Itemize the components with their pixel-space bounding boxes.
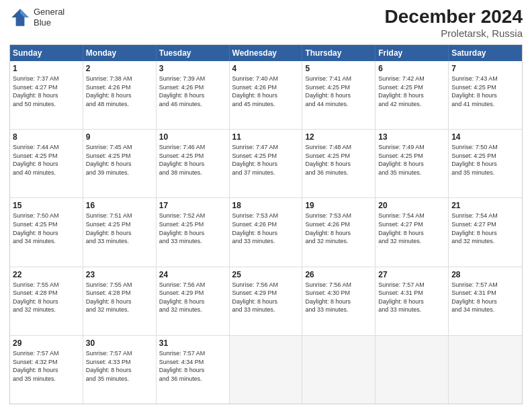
calendar-header: SundayMondayTuesdayWednesdayThursdayFrid… (10, 45, 522, 61)
calendar-header-cell: Monday (83, 45, 157, 61)
calendar-cell: 11Sunrise: 7:47 AM Sunset: 4:25 PM Dayli… (230, 130, 303, 197)
calendar-cell: 5Sunrise: 7:41 AM Sunset: 4:25 PM Daylig… (302, 61, 375, 129)
logo-icon (9, 7, 31, 28)
calendar-row: 29Sunrise: 7:57 AM Sunset: 4:32 PM Dayli… (10, 336, 522, 404)
day-number: 22 (13, 269, 80, 280)
cell-info: Sunrise: 7:57 AM Sunset: 4:31 PM Dayligh… (451, 281, 519, 314)
cell-info: Sunrise: 7:44 AM Sunset: 4:25 PM Dayligh… (13, 143, 80, 177)
cell-info: Sunrise: 7:45 AM Sunset: 4:25 PM Dayligh… (86, 143, 153, 177)
day-number: 3 (159, 63, 226, 74)
day-number: 4 (232, 63, 300, 74)
day-number: 7 (451, 63, 519, 74)
day-number: 23 (86, 269, 153, 280)
day-number: 6 (378, 63, 445, 74)
day-number: 15 (13, 200, 80, 211)
day-number: 5 (305, 63, 372, 74)
cell-info: Sunrise: 7:38 AM Sunset: 4:26 PM Dayligh… (86, 75, 153, 108)
calendar-cell-empty (230, 336, 303, 404)
calendar: SundayMondayTuesdayWednesdayThursdayFrid… (9, 44, 523, 404)
cell-info: Sunrise: 7:53 AM Sunset: 4:26 PM Dayligh… (232, 212, 300, 245)
title-block: December 2024 Proletarsk, Russia (385, 7, 523, 39)
day-number: 28 (451, 269, 519, 280)
day-number: 2 (86, 63, 153, 74)
day-number: 12 (305, 132, 372, 142)
calendar-row: 1Sunrise: 7:37 AM Sunset: 4:27 PM Daylig… (10, 61, 522, 130)
calendar-row: 22Sunrise: 7:55 AM Sunset: 4:28 PM Dayli… (10, 267, 522, 336)
cell-info: Sunrise: 7:41 AM Sunset: 4:25 PM Dayligh… (305, 75, 372, 108)
day-number: 1 (13, 63, 80, 74)
calendar-cell-empty (375, 336, 449, 404)
cell-info: Sunrise: 7:43 AM Sunset: 4:25 PM Dayligh… (451, 75, 519, 108)
calendar-row: 15Sunrise: 7:50 AM Sunset: 4:25 PM Dayli… (10, 198, 522, 267)
day-number: 17 (159, 200, 226, 211)
cell-info: Sunrise: 7:56 AM Sunset: 4:29 PM Dayligh… (232, 281, 300, 314)
day-number: 24 (159, 269, 226, 280)
calendar-header-cell: Sunday (10, 45, 83, 61)
day-number: 19 (305, 200, 372, 211)
cell-info: Sunrise: 7:54 AM Sunset: 4:27 PM Dayligh… (378, 212, 445, 245)
cell-info: Sunrise: 7:47 AM Sunset: 4:25 PM Dayligh… (232, 143, 300, 177)
day-number: 16 (86, 200, 153, 211)
calendar-body: 1Sunrise: 7:37 AM Sunset: 4:27 PM Daylig… (10, 61, 522, 404)
calendar-cell: 14Sunrise: 7:50 AM Sunset: 4:25 PM Dayli… (449, 130, 522, 197)
cell-info: Sunrise: 7:57 AM Sunset: 4:31 PM Dayligh… (378, 281, 445, 314)
day-number: 11 (232, 132, 300, 142)
calendar-row: 8Sunrise: 7:44 AM Sunset: 4:25 PM Daylig… (10, 130, 522, 198)
cell-info: Sunrise: 7:50 AM Sunset: 4:25 PM Dayligh… (451, 143, 519, 177)
cell-info: Sunrise: 7:54 AM Sunset: 4:27 PM Dayligh… (451, 212, 519, 245)
day-number: 26 (305, 269, 372, 280)
calendar-cell: 6Sunrise: 7:42 AM Sunset: 4:25 PM Daylig… (375, 61, 449, 129)
calendar-header-cell: Friday (375, 45, 449, 61)
calendar-cell: 1Sunrise: 7:37 AM Sunset: 4:27 PM Daylig… (10, 61, 83, 129)
calendar-cell-empty (449, 336, 522, 404)
calendar-cell: 4Sunrise: 7:40 AM Sunset: 4:26 PM Daylig… (230, 61, 303, 129)
day-number: 20 (378, 200, 445, 211)
calendar-cell: 20Sunrise: 7:54 AM Sunset: 4:27 PM Dayli… (375, 198, 449, 266)
calendar-cell: 13Sunrise: 7:49 AM Sunset: 4:25 PM Dayli… (375, 130, 449, 197)
header: General Blue December 2024 Proletarsk, R… (9, 7, 523, 39)
page-subtitle: Proletarsk, Russia (385, 28, 523, 39)
cell-info: Sunrise: 7:55 AM Sunset: 4:28 PM Dayligh… (86, 281, 153, 314)
day-number: 14 (451, 132, 519, 142)
day-number: 21 (451, 200, 519, 211)
cell-info: Sunrise: 7:57 AM Sunset: 4:33 PM Dayligh… (86, 349, 153, 383)
day-number: 27 (378, 269, 445, 280)
calendar-header-cell: Wednesday (230, 45, 303, 61)
day-number: 29 (13, 338, 80, 349)
calendar-cell: 12Sunrise: 7:48 AM Sunset: 4:25 PM Dayli… (302, 130, 375, 197)
cell-info: Sunrise: 7:57 AM Sunset: 4:32 PM Dayligh… (13, 349, 80, 383)
day-number: 18 (232, 200, 300, 211)
calendar-cell: 8Sunrise: 7:44 AM Sunset: 4:25 PM Daylig… (10, 130, 83, 197)
calendar-cell: 17Sunrise: 7:52 AM Sunset: 4:25 PM Dayli… (157, 198, 230, 266)
cell-info: Sunrise: 7:57 AM Sunset: 4:34 PM Dayligh… (159, 349, 226, 383)
cell-info: Sunrise: 7:49 AM Sunset: 4:25 PM Dayligh… (378, 143, 445, 177)
calendar-header-cell: Tuesday (157, 45, 230, 61)
day-number: 9 (86, 132, 153, 142)
calendar-cell: 30Sunrise: 7:57 AM Sunset: 4:33 PM Dayli… (83, 336, 157, 404)
calendar-cell: 2Sunrise: 7:38 AM Sunset: 4:26 PM Daylig… (83, 61, 157, 129)
day-number: 10 (159, 132, 226, 142)
calendar-cell: 10Sunrise: 7:46 AM Sunset: 4:25 PM Dayli… (157, 130, 230, 197)
calendar-cell: 26Sunrise: 7:56 AM Sunset: 4:30 PM Dayli… (302, 267, 375, 335)
calendar-header-cell: Thursday (302, 45, 375, 61)
calendar-cell: 3Sunrise: 7:39 AM Sunset: 4:26 PM Daylig… (157, 61, 230, 129)
logo: General Blue (9, 7, 64, 28)
day-number: 31 (159, 338, 226, 349)
cell-info: Sunrise: 7:53 AM Sunset: 4:26 PM Dayligh… (305, 212, 372, 245)
cell-info: Sunrise: 7:55 AM Sunset: 4:28 PM Dayligh… (13, 281, 80, 314)
logo-line2: Blue (34, 17, 64, 28)
calendar-cell: 18Sunrise: 7:53 AM Sunset: 4:26 PM Dayli… (230, 198, 303, 266)
calendar-cell: 31Sunrise: 7:57 AM Sunset: 4:34 PM Dayli… (157, 336, 230, 404)
calendar-cell: 24Sunrise: 7:56 AM Sunset: 4:29 PM Dayli… (157, 267, 230, 335)
cell-info: Sunrise: 7:40 AM Sunset: 4:26 PM Dayligh… (232, 75, 300, 108)
day-number: 8 (13, 132, 80, 142)
page-title: December 2024 (385, 7, 523, 28)
cell-info: Sunrise: 7:56 AM Sunset: 4:29 PM Dayligh… (159, 281, 226, 314)
day-number: 25 (232, 269, 300, 280)
cell-info: Sunrise: 7:42 AM Sunset: 4:25 PM Dayligh… (378, 75, 445, 108)
calendar-cell: 16Sunrise: 7:51 AM Sunset: 4:25 PM Dayli… (83, 198, 157, 266)
day-number: 30 (86, 338, 153, 349)
cell-info: Sunrise: 7:51 AM Sunset: 4:25 PM Dayligh… (86, 212, 153, 245)
calendar-header-cell: Saturday (449, 45, 522, 61)
calendar-cell: 19Sunrise: 7:53 AM Sunset: 4:26 PM Dayli… (302, 198, 375, 266)
